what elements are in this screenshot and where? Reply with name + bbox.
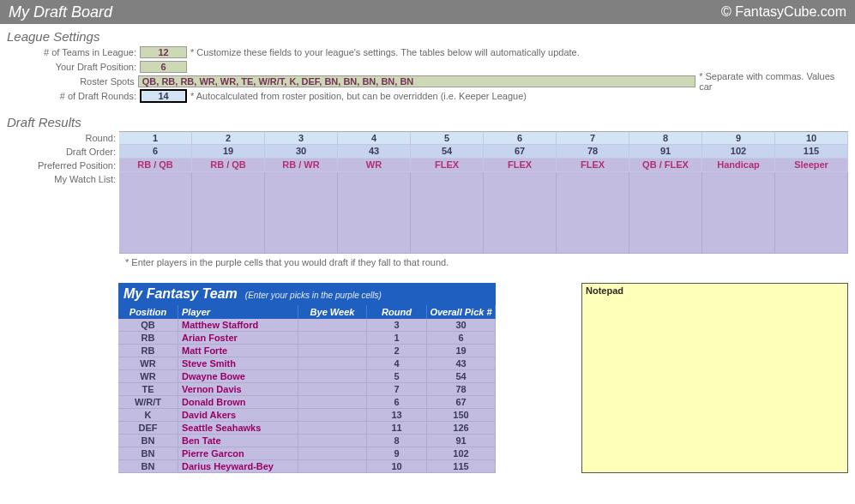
cell-player[interactable]: Pierre Garcon — [178, 447, 298, 460]
cell-player[interactable]: Ben Tate — [178, 435, 298, 447]
results-cell[interactable]: 8 — [629, 131, 702, 145]
watch-cell[interactable] — [775, 172, 848, 254]
results-cell[interactable]: RB / QB — [192, 159, 265, 172]
results-cell[interactable]: 3 — [265, 131, 338, 145]
cell-round: 3 — [367, 319, 427, 332]
results-cell[interactable]: 54 — [411, 145, 484, 159]
watch-cell[interactable] — [338, 172, 411, 254]
cell-pick: 126 — [427, 422, 496, 435]
results-cell[interactable]: FLEX — [557, 159, 629, 172]
cell-position: RB — [118, 332, 178, 345]
roster-note: * Separate with commas. Values car — [695, 71, 848, 92]
results-cell[interactable]: 2 — [192, 131, 265, 145]
results-cell[interactable]: WR — [338, 159, 411, 172]
cell-player[interactable]: Vernon Davis — [178, 383, 298, 396]
watch-cell[interactable] — [702, 172, 775, 254]
results-cell[interactable]: 43 — [338, 145, 411, 159]
cell-position: W/R/T — [118, 396, 178, 409]
cell-pick: 102 — [427, 447, 496, 460]
teams-input[interactable]: 12 — [140, 46, 187, 58]
cell-position: BN — [118, 435, 178, 447]
cell-player[interactable]: Seattle Seahawks — [178, 422, 298, 435]
cell-pick: 19 — [427, 345, 496, 357]
rounds-input[interactable]: 14 — [140, 89, 187, 103]
cell-bye — [298, 357, 367, 370]
table-row: TEVernon Davis778 — [118, 383, 496, 396]
cell-player[interactable]: Matthew Stafford — [178, 319, 298, 332]
watch-cell[interactable] — [629, 172, 702, 254]
pref-label: Preferred Position: — [7, 159, 119, 172]
team-title: My Fantasy Team — [123, 286, 238, 301]
watch-label: My Watch List: — [7, 172, 119, 254]
order-label: Draft Order: — [7, 145, 119, 159]
results-cell[interactable]: 78 — [557, 145, 629, 159]
cell-bye — [298, 422, 367, 435]
results-cell[interactable]: 115 — [775, 145, 848, 159]
results-cell[interactable]: RB / WR — [265, 159, 338, 172]
results-cell[interactable]: 1 — [119, 131, 192, 145]
cell-player[interactable]: Matt Forte — [178, 345, 298, 357]
table-row: BNBen Tate891 — [118, 435, 496, 447]
cell-player[interactable]: Donald Brown — [178, 396, 298, 409]
results-cell[interactable]: 30 — [265, 145, 338, 159]
table-row: RBMatt Forte219 — [118, 345, 496, 357]
results-cell[interactable]: 9 — [702, 131, 775, 145]
results-cell[interactable]: 91 — [629, 145, 702, 159]
results-cell[interactable]: QB / FLEX — [629, 159, 702, 172]
results-cell[interactable]: 4 — [338, 131, 411, 145]
cell-bye — [298, 370, 367, 383]
watch-cell[interactable] — [557, 172, 629, 254]
cell-position: TE — [118, 383, 178, 396]
cell-player[interactable]: David Akers — [178, 409, 298, 422]
results-cell[interactable]: FLEX — [484, 159, 557, 172]
results-cell[interactable]: 6 — [119, 145, 192, 159]
cell-position: DEF — [118, 422, 178, 435]
results-cell[interactable]: 5 — [411, 131, 484, 145]
notepad-title: Notepad — [586, 285, 623, 296]
results-cell[interactable]: 10 — [775, 131, 848, 145]
watch-cell[interactable] — [411, 172, 484, 254]
cell-player[interactable]: Arian Foster — [178, 332, 298, 345]
results-cell[interactable]: FLEX — [411, 159, 484, 172]
cell-bye — [298, 383, 367, 396]
cell-bye — [298, 332, 367, 345]
results-cell[interactable]: 102 — [702, 145, 775, 159]
cell-round: 2 — [367, 345, 427, 357]
round-cells: 12345678910 — [119, 131, 848, 145]
cell-position: BN — [118, 447, 178, 460]
cell-player[interactable]: Steve Smith — [178, 357, 298, 370]
table-row: DEFSeattle Seahawks11126 — [118, 422, 496, 435]
col-bye: Bye Week — [298, 305, 367, 319]
table-row: RBArian Foster16 — [118, 332, 496, 345]
team-rows: QBMatthew Stafford330RBArian Foster16RBM… — [118, 319, 496, 473]
cell-pick: 43 — [427, 357, 496, 370]
round-label: Round: — [7, 131, 119, 145]
col-position: Position — [118, 305, 178, 319]
results-cell[interactable]: 7 — [557, 131, 629, 145]
teams-label: # of Teams in League: — [7, 47, 140, 57]
results-cell[interactable]: 6 — [484, 131, 557, 145]
watch-cell[interactable] — [192, 172, 265, 254]
order-cells: 619304354677891102115 — [119, 145, 848, 159]
cell-player[interactable]: Dwayne Bowe — [178, 370, 298, 383]
watch-row: My Watch List: — [7, 172, 848, 254]
roster-label: Roster Spots — [7, 76, 138, 87]
cell-round: 4 — [367, 357, 427, 370]
cell-pick: 150 — [427, 409, 496, 422]
results-cell[interactable]: Handicap — [702, 159, 775, 172]
results-cell[interactable]: 67 — [484, 145, 557, 159]
watch-cell[interactable] — [265, 172, 338, 254]
watch-cell[interactable] — [119, 172, 192, 254]
cell-round: 6 — [367, 396, 427, 409]
round-row: Round: 12345678910 — [7, 131, 848, 145]
watch-cell[interactable] — [484, 172, 557, 254]
rounds-label: # of Draft Rounds: — [7, 91, 140, 101]
results-cell[interactable]: RB / QB — [119, 159, 192, 172]
results-cell[interactable]: 19 — [192, 145, 265, 159]
table-row: W/R/TDonald Brown667 — [118, 396, 496, 409]
cell-player[interactable]: Darius Heyward-Bey — [178, 460, 298, 473]
notepad[interactable]: Notepad — [581, 283, 848, 473]
roster-input[interactable]: QB, RB, RB, WR, WR, TE, W/R/T, K, DEF, B… — [138, 75, 695, 87]
draft-position-input[interactable]: 6 — [140, 61, 187, 73]
results-cell[interactable]: Sleeper — [775, 159, 848, 172]
